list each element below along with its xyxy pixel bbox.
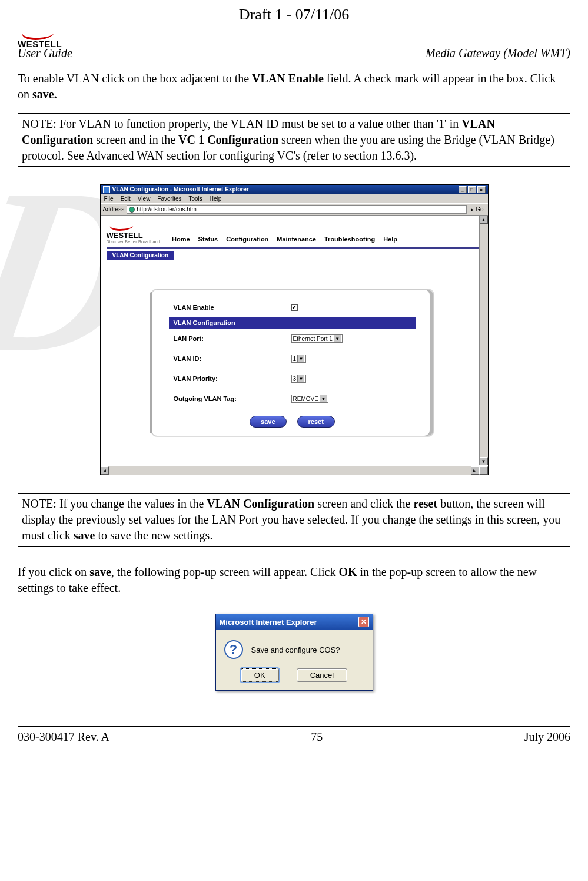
scroll-corner — [479, 466, 488, 475]
brand-logo: WESTELL — [18, 26, 62, 49]
draft-header: Draft 1 - 07/11/06 — [18, 6, 570, 24]
save-button[interactable]: save — [250, 416, 286, 428]
nav-configuration[interactable]: Configuration — [226, 236, 268, 243]
vlan-id-label: VLAN ID: — [174, 355, 291, 362]
scroll-right-icon[interactable]: ► — [471, 466, 479, 475]
ie-menubar: File Edit View Favorites Tools Help — [101, 194, 488, 203]
menu-tools[interactable]: Tools — [188, 196, 202, 202]
dialog-close-button[interactable]: ✕ — [358, 617, 369, 627]
vlan-priority-select[interactable]: 3▼ — [291, 375, 307, 383]
horizontal-scrollbar[interactable]: ◄ ► — [101, 466, 488, 475]
address-url: http://dslrouter/cos.htm — [137, 206, 197, 213]
vertical-scrollbar[interactable]: ▲ ▼ — [479, 216, 488, 465]
scroll-down-icon[interactable]: ▼ — [480, 457, 488, 465]
globe-icon — [129, 207, 135, 213]
nav-maintenance[interactable]: Maintenance — [277, 236, 316, 243]
menu-file[interactable]: File — [104, 196, 114, 202]
lan-port-select[interactable]: Ethernet Port 1▼ — [291, 334, 343, 343]
footer-right: July 2006 — [524, 730, 570, 744]
outgoing-tag-select[interactable]: REMOVE▼ — [291, 395, 328, 403]
header-left: User Guide — [18, 47, 72, 60]
dialog-title-text: Microsoft Internet Explorer — [220, 618, 317, 627]
vlan-priority-label: VLAN Priority: — [174, 375, 291, 382]
note-box-1: NOTE: For VLAN to function properly, the… — [18, 113, 570, 167]
ok-button[interactable]: OK — [241, 668, 279, 682]
nav-help[interactable]: Help — [383, 236, 397, 243]
menu-view[interactable]: View — [138, 196, 151, 202]
close-button[interactable]: × — [477, 186, 486, 193]
menu-edit[interactable]: Edit — [121, 196, 131, 202]
header-right: Media Gateway (Model WMT) — [426, 47, 570, 60]
nav-troubleshooting[interactable]: Troubleshooting — [324, 236, 375, 243]
lan-port-label: LAN Port: — [174, 335, 291, 342]
address-label: Address — [103, 206, 125, 213]
paragraph-1: To enable VLAN click on the box adjacent… — [18, 71, 570, 102]
minimize-button[interactable]: _ — [459, 186, 467, 193]
menu-favorites[interactable]: Favorites — [157, 196, 181, 202]
scroll-up-icon[interactable]: ▲ — [480, 216, 488, 224]
note-box-2: NOTE: If you change the values in the VL… — [18, 493, 570, 547]
ie-title-text: VLAN Configuration - Microsoft Internet … — [112, 186, 249, 193]
nav-status[interactable]: Status — [198, 236, 218, 243]
content-logo: WESTELL Discover Better Broadband — [107, 220, 161, 244]
question-icon: ? — [224, 640, 243, 659]
ie-icon — [103, 186, 110, 193]
chevron-down-icon: ▼ — [320, 395, 327, 402]
vlan-enable-checkbox[interactable]: ✔ — [291, 304, 298, 311]
subnav-tab[interactable]: VLAN Configuration — [107, 251, 175, 260]
chevron-down-icon: ▼ — [297, 355, 304, 362]
footer-page-number: 75 — [311, 730, 323, 744]
go-button[interactable]: ▸ Go — [469, 206, 485, 213]
chevron-down-icon: ▼ — [297, 375, 304, 382]
address-input[interactable]: http://dslrouter/cos.htm — [127, 205, 467, 214]
page-footer: 030-300417 Rev. A 75 July 2006 — [18, 726, 570, 744]
vlan-enable-label: VLAN Enable — [174, 304, 291, 311]
dialog-titlebar: Microsoft Internet Explorer ✕ — [216, 614, 373, 630]
vlan-id-select[interactable]: 1▼ — [291, 355, 307, 363]
top-nav: Home Status Configuration Maintenance Tr… — [172, 236, 397, 244]
dialog-message: Save and configure COS? — [251, 645, 340, 654]
nav-home[interactable]: Home — [172, 236, 190, 243]
paragraph-2: If you click on save, the following pop-… — [18, 564, 570, 596]
config-panel: VLAN Enable ✔ VLAN Configuration LAN Por… — [151, 289, 434, 436]
ie-window: VLAN Configuration - Microsoft Internet … — [100, 184, 489, 475]
scroll-left-icon[interactable]: ◄ — [101, 466, 109, 475]
cancel-button[interactable]: Cancel — [297, 668, 347, 682]
reset-button[interactable]: reset — [297, 416, 335, 428]
maximize-button[interactable]: □ — [468, 186, 476, 193]
footer-left: 030-300417 Rev. A — [18, 730, 109, 744]
chevron-down-icon: ▼ — [334, 335, 341, 342]
confirm-dialog: Microsoft Internet Explorer ✕ ? Save and… — [215, 614, 373, 691]
ie-titlebar: VLAN Configuration - Microsoft Internet … — [101, 185, 488, 194]
section-header: VLAN Configuration — [169, 317, 416, 329]
menu-help[interactable]: Help — [210, 196, 222, 202]
outgoing-tag-label: Outgoing VLAN Tag: — [174, 395, 291, 402]
